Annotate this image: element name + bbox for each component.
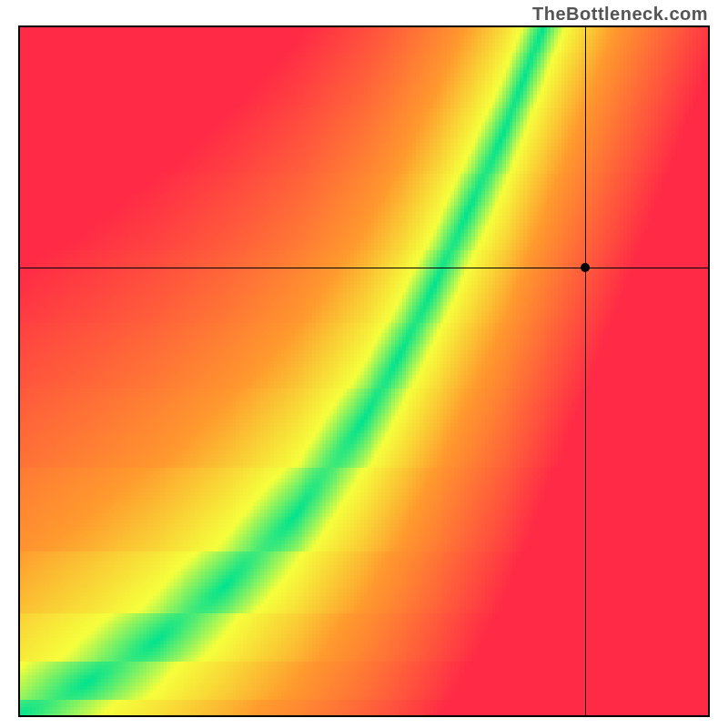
attribution-text: TheBottleneck.com bbox=[532, 4, 708, 25]
heatmap-canvas bbox=[18, 25, 710, 717]
crosshair-horizontal bbox=[18, 268, 710, 268]
heatmap-plot bbox=[18, 25, 710, 717]
selected-point-marker bbox=[581, 263, 590, 272]
crosshair-vertical bbox=[585, 25, 586, 717]
